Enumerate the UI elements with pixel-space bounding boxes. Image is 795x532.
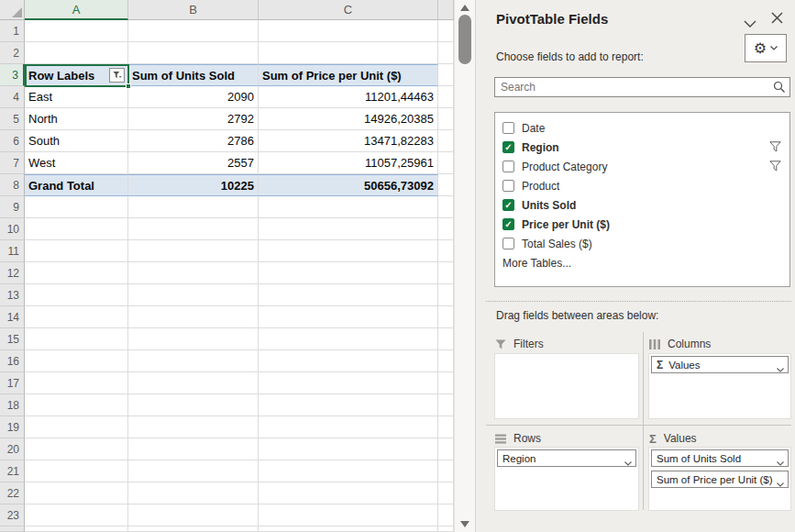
scroll-down-arrow-icon[interactable]	[460, 521, 469, 527]
cell-C22[interactable]	[259, 482, 438, 504]
row-header-7[interactable]: 7	[0, 152, 25, 174]
cell-B17[interactable]	[128, 372, 259, 394]
cell-A16[interactable]	[25, 350, 128, 372]
row-header-2[interactable]: 2	[0, 42, 25, 64]
row-header-21[interactable]: 21	[0, 460, 25, 482]
field-filter-icon[interactable]	[769, 141, 781, 155]
cell-B-partial[interactable]	[128, 526, 259, 532]
cell-B16[interactable]	[128, 350, 259, 372]
row-header-17[interactable]: 17	[0, 372, 25, 394]
row-header-20[interactable]: 20	[0, 438, 25, 460]
cell-C20[interactable]	[259, 438, 438, 460]
panel-close-icon[interactable]	[771, 11, 783, 28]
row-header-12[interactable]: 12	[0, 262, 25, 284]
cell-A21[interactable]	[25, 460, 128, 482]
cell-A7[interactable]: West	[25, 152, 128, 174]
cell-C6[interactable]: 13471,82283	[259, 130, 438, 152]
cell-A23[interactable]	[25, 504, 128, 526]
cell-B20[interactable]	[128, 438, 259, 460]
cell-A5[interactable]: North	[25, 108, 128, 130]
select-all-corner[interactable]	[0, 0, 25, 20]
pill-chevron-down-icon[interactable]	[777, 457, 784, 468]
column-header-A[interactable]: A	[25, 0, 128, 20]
cell-A15[interactable]	[25, 328, 128, 350]
panel-chevron-down-icon[interactable]	[744, 15, 756, 31]
field-item-date[interactable]: Date	[502, 118, 782, 138]
checked-checkbox-icon[interactable]: ✓	[502, 218, 514, 230]
column-header-B[interactable]: B	[128, 0, 259, 20]
pill-chevron-down-icon[interactable]	[777, 478, 784, 489]
cell-A3[interactable]: Row Labels	[25, 64, 128, 86]
cell-C11[interactable]	[259, 240, 438, 262]
cell-C16[interactable]	[259, 350, 438, 372]
cell-B11[interactable]	[128, 240, 259, 262]
cell-C4[interactable]: 11201,44463	[259, 86, 438, 108]
cell-A12[interactable]	[25, 262, 128, 284]
unchecked-checkbox-icon[interactable]	[502, 238, 514, 249]
row-header-18[interactable]: 18	[0, 394, 25, 416]
values-pill-sum-of-price-per-unit[interactable]: Sum of Price per Unit ($)	[651, 471, 789, 488]
cell-B4[interactable]: 2090	[128, 86, 259, 108]
field-item-units-sold[interactable]: ✓Units Sold	[502, 195, 782, 215]
cell-B6[interactable]: 2786	[128, 130, 259, 152]
cell-A8[interactable]: Grand Total	[25, 174, 128, 196]
cell-C5[interactable]: 14926,20385	[259, 108, 438, 130]
row-header-16[interactable]: 16	[0, 350, 25, 372]
cell-A18[interactable]	[25, 394, 128, 416]
scroll-up-arrow-icon[interactable]	[460, 5, 469, 11]
cell-C-partial[interactable]	[259, 526, 438, 532]
cell-C8[interactable]: 50656,73092	[259, 174, 438, 196]
row-header-8[interactable]: 8	[0, 174, 25, 196]
row-header-13[interactable]: 13	[0, 284, 25, 306]
more-tables-link[interactable]: More Tables...	[502, 253, 782, 273]
cell-B2[interactable]	[128, 42, 259, 64]
cell-B10[interactable]	[128, 218, 259, 240]
cell-B12[interactable]	[128, 262, 259, 284]
cell-A6[interactable]: South	[25, 130, 128, 152]
cell-C14[interactable]	[259, 306, 438, 328]
cell-C15[interactable]	[259, 328, 438, 350]
unchecked-checkbox-icon[interactable]	[502, 122, 514, 134]
search-input[interactable]	[494, 77, 790, 97]
field-item-region[interactable]: ✓Region	[502, 138, 782, 157]
cell-C21[interactable]	[259, 460, 438, 482]
row-header-14[interactable]: 14	[0, 306, 25, 328]
field-item-product-category[interactable]: Product Category	[502, 157, 782, 176]
cell-A4[interactable]: East	[25, 86, 128, 108]
row-header-23[interactable]: 23	[0, 504, 25, 526]
pill-chevron-down-icon[interactable]	[777, 363, 784, 374]
cell-A9[interactable]	[25, 196, 128, 218]
cell-A1[interactable]	[25, 20, 128, 42]
row-header-6[interactable]: 6	[0, 130, 25, 152]
row-header-22[interactable]: 22	[0, 482, 25, 504]
cell-C7[interactable]: 11057,25961	[259, 152, 438, 174]
row-header-3[interactable]: 3	[0, 64, 25, 86]
scrollbar-thumb[interactable]	[458, 15, 471, 64]
cell-A2[interactable]	[25, 42, 128, 64]
cell-C18[interactable]	[259, 394, 438, 416]
sheet-vertical-scrollbar[interactable]	[454, 0, 475, 532]
row-header-1[interactable]: 1	[0, 20, 25, 42]
checked-checkbox-icon[interactable]: ✓	[502, 141, 514, 153]
row-header-11[interactable]: 11	[0, 240, 25, 262]
cell-B18[interactable]	[128, 394, 259, 416]
cell-C17[interactable]	[259, 372, 438, 394]
cell-A20[interactable]	[25, 438, 128, 460]
cell-B22[interactable]	[128, 482, 259, 504]
pill-chevron-down-icon[interactable]	[624, 457, 632, 468]
cell-A19[interactable]	[25, 416, 128, 438]
row-labels-filter-button[interactable]	[109, 68, 125, 83]
cell-C13[interactable]	[259, 284, 438, 306]
cell-A14[interactable]	[25, 306, 128, 328]
row-header-9[interactable]: 9	[0, 196, 25, 218]
cell-A10[interactable]	[25, 218, 128, 240]
cell-C2[interactable]	[259, 42, 438, 64]
cell-C3[interactable]: Sum of Price per Unit ($)	[259, 64, 438, 86]
cell-B23[interactable]	[128, 504, 259, 526]
checked-checkbox-icon[interactable]: ✓	[502, 199, 514, 211]
field-item-total-sales[interactable]: Total Sales ($)	[502, 234, 782, 253]
cell-C12[interactable]	[259, 262, 438, 284]
row-header-19[interactable]: 19	[0, 416, 25, 438]
cell-C9[interactable]	[259, 196, 438, 218]
cell-B15[interactable]	[128, 328, 259, 350]
